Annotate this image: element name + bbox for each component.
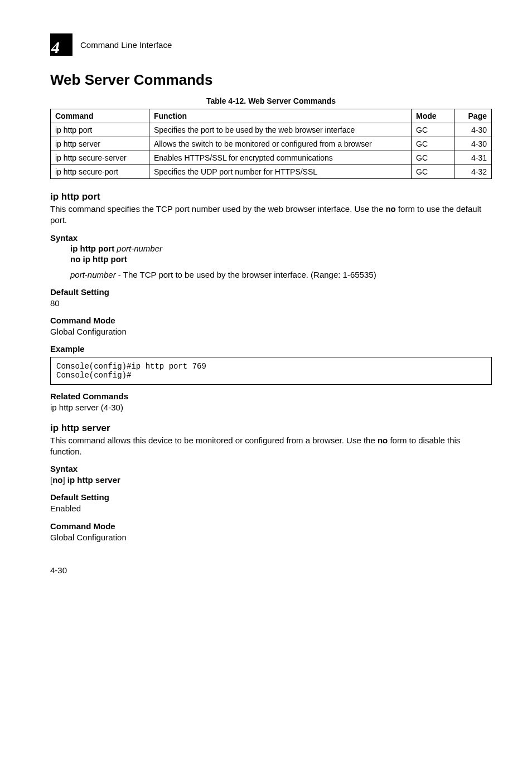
- chapter-number: 4: [51, 38, 60, 57]
- syntax-line: ip http port port-number: [70, 244, 492, 253]
- syntax-label: Syntax: [50, 233, 492, 243]
- col-page: Page: [454, 109, 492, 123]
- cell-mode: GC: [412, 123, 454, 137]
- cell-command: ip http secure-server: [51, 151, 149, 165]
- command-mode-value: Global Configuration: [50, 326, 492, 337]
- cell-mode: GC: [412, 165, 454, 179]
- web-server-commands-table: Command Function Mode Page ip http port …: [50, 109, 492, 179]
- command-description: This command allows this device to be mo…: [50, 435, 492, 458]
- page-number: 4-30: [50, 565, 492, 575]
- cell-function: Specifies the port to be used by the web…: [149, 123, 412, 137]
- syntax-label: Syntax: [50, 464, 492, 473]
- cell-page: 4-30: [454, 137, 492, 151]
- table-row: ip http port Specifies the port to be us…: [51, 123, 492, 137]
- page-header: 4 Command Line Interface: [50, 33, 492, 56]
- command-mode-label: Command Mode: [50, 521, 492, 531]
- table-caption: Table 4-12. Web Server Commands: [50, 96, 492, 105]
- command-heading-ip-http-port: ip http port: [50, 191, 492, 202]
- cell-function: Enables HTTPS/SSL for encrypted communic…: [149, 151, 412, 165]
- cell-page: 4-30: [454, 123, 492, 137]
- default-setting-value: 80: [50, 298, 492, 309]
- default-setting-value: Enabled: [50, 503, 492, 514]
- cell-mode: GC: [412, 137, 454, 151]
- syntax-param: port-number - The TCP port to be used by…: [70, 269, 492, 280]
- col-command: Command: [51, 109, 149, 123]
- cell-command: ip http secure-port: [51, 165, 149, 179]
- table-header-row: Command Function Mode Page: [51, 109, 492, 123]
- cell-page: 4-31: [454, 151, 492, 165]
- syntax-line: no ip http port: [70, 254, 492, 264]
- command-description: This command specifies the TCP port numb…: [50, 204, 492, 226]
- table-row: ip http server Allows the switch to be m…: [51, 137, 492, 151]
- table-row: ip http secure-server Enables HTTPS/SSL …: [51, 151, 492, 165]
- table-row: ip http secure-port Specifies the UDP po…: [51, 165, 492, 179]
- col-function: Function: [149, 109, 412, 123]
- command-mode-value: Global Configuration: [50, 532, 492, 543]
- cell-command: ip http server: [51, 137, 149, 151]
- cell-command: ip http port: [51, 123, 149, 137]
- example-code: Console(config)#ip http port 769 Console…: [50, 357, 492, 385]
- cell-function: Allows the switch to be monitored or con…: [149, 137, 412, 151]
- col-mode: Mode: [412, 109, 454, 123]
- example-label: Example: [50, 344, 492, 354]
- syntax-line: [no] ip http server: [50, 475, 492, 486]
- cell-page: 4-32: [454, 165, 492, 179]
- default-setting-label: Default Setting: [50, 492, 492, 502]
- cell-mode: GC: [412, 151, 454, 165]
- header-title: Command Line Interface: [80, 40, 172, 50]
- default-setting-label: Default Setting: [50, 287, 492, 297]
- command-mode-label: Command Mode: [50, 316, 492, 325]
- section-title: Web Server Commands: [50, 71, 492, 89]
- related-commands-value: ip http server (4-30): [50, 402, 492, 413]
- cell-function: Specifies the UDP port number for HTTPS/…: [149, 165, 412, 179]
- related-commands-label: Related Commands: [50, 391, 492, 401]
- command-heading-ip-http-server: ip http server: [50, 423, 492, 434]
- chapter-badge: 4: [50, 33, 72, 56]
